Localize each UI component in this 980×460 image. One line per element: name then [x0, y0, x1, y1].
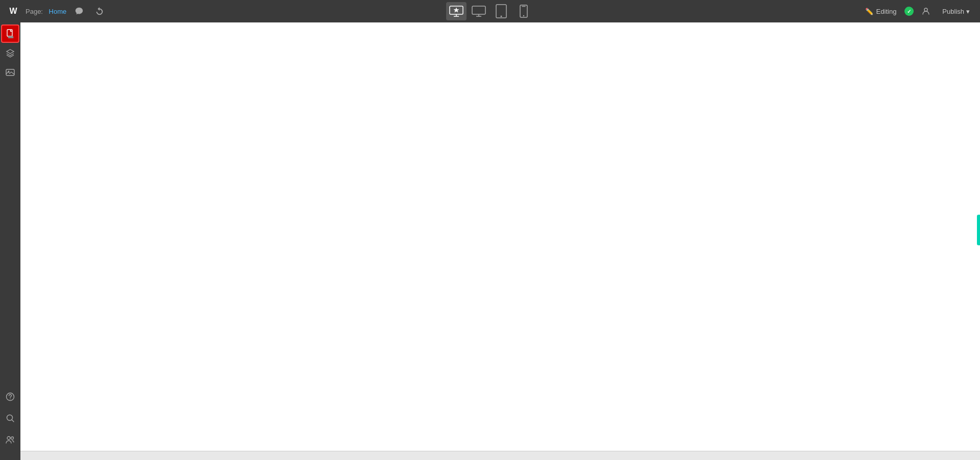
svg-point-22	[11, 437, 14, 440]
saved-status: ✓	[904, 7, 914, 16]
editing-button[interactable]: ✏️ Editing	[861, 6, 901, 17]
svg-point-18	[10, 398, 11, 399]
viewport-desktop[interactable]	[469, 2, 489, 20]
pages-icon	[6, 29, 15, 38]
canvas-area	[20, 22, 980, 460]
svg-line-20	[12, 420, 14, 422]
topbar: W Page: Home	[0, 0, 980, 22]
tablet-icon	[496, 4, 507, 18]
viewport-mobile[interactable]	[513, 2, 534, 20]
mobile-icon	[520, 5, 528, 18]
page-label: Page: Home	[26, 8, 66, 15]
svg-rect-4	[472, 6, 485, 14]
pencil-icon: ✏️	[865, 8, 873, 15]
sidebar-item-search[interactable]	[1, 409, 19, 427]
svg-point-12	[924, 8, 927, 11]
right-accent-bar[interactable]	[977, 215, 980, 245]
sidebar-item-help[interactable]	[1, 388, 19, 406]
logo-button[interactable]: W	[6, 4, 20, 18]
user-icon-area[interactable]	[918, 5, 934, 17]
desktop-icon	[472, 5, 486, 17]
history-button[interactable]	[92, 4, 107, 19]
topbar-left: W Page: Home	[6, 4, 107, 19]
sidebar-item-layers[interactable]	[1, 44, 19, 62]
help-icon	[6, 392, 15, 401]
editing-label: Editing	[876, 8, 897, 15]
sidebar-item-pages[interactable]	[1, 24, 19, 43]
user-icon	[922, 7, 930, 15]
page-name-link[interactable]: Home	[49, 8, 67, 15]
topbar-right: ✏️ Editing ✓ Publish ▾	[861, 5, 974, 17]
sidebar-item-media[interactable]	[1, 63, 19, 82]
viewport-controls	[446, 2, 534, 20]
media-icon	[6, 68, 15, 77]
svg-point-8	[501, 16, 502, 17]
layers-icon	[6, 48, 15, 58]
canvas-footer	[20, 451, 980, 460]
checkmark-icon: ✓	[907, 9, 911, 14]
search-icon	[6, 414, 15, 423]
sidebar-bottom	[1, 388, 19, 450]
comments-button[interactable]	[71, 4, 87, 19]
svg-rect-14	[8, 36, 13, 38]
comments-icon	[75, 7, 84, 16]
main-layout	[0, 22, 980, 460]
viewport-desktop-starred[interactable]	[446, 2, 467, 20]
sidebar-item-collaborators[interactable]	[1, 430, 19, 449]
publish-button[interactable]: Publish ▾	[938, 6, 974, 17]
desktop-starred-icon	[449, 5, 463, 17]
viewport-tablet[interactable]	[491, 2, 511, 20]
svg-point-10	[523, 15, 524, 16]
collaborators-icon	[6, 435, 15, 444]
chevron-down-icon: ▾	[966, 8, 970, 15]
svg-point-21	[7, 437, 10, 440]
sidebar	[0, 22, 20, 460]
publish-label: Publish	[942, 8, 964, 15]
history-icon	[95, 7, 104, 16]
svg-marker-3	[454, 8, 459, 12]
svg-rect-13	[7, 30, 12, 36]
canvas[interactable]	[20, 22, 980, 451]
